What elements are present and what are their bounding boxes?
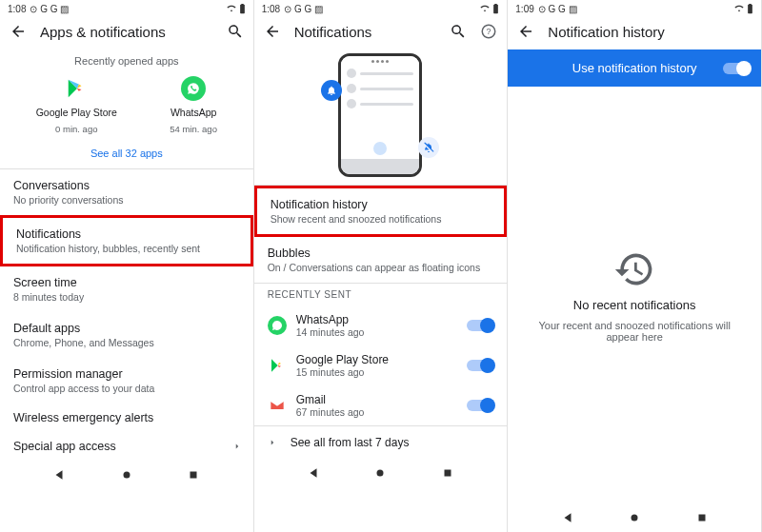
svg-point-8: [377, 470, 384, 477]
toggle-play-store[interactable]: [467, 360, 493, 371]
play-store-icon: [268, 356, 287, 375]
page-title: Notification history: [548, 24, 752, 40]
see-all-7-days[interactable]: See all from last 7 days: [254, 426, 508, 459]
android-navbar: [254, 459, 508, 487]
pane-notification-history: 1:09⊙ G G ▨ Notification history Use not…: [508, 0, 762, 532]
search-icon[interactable]: [450, 23, 467, 40]
recently-opened-apps: Google Play Store 0 min. ago WhatsApp 54…: [0, 72, 253, 140]
svg-rect-3: [190, 472, 197, 479]
nav-recents-icon[interactable]: [440, 465, 455, 481]
app-google-play[interactable]: Google Play Store 0 min. ago: [36, 76, 117, 134]
phone-illustration-icon: [338, 53, 422, 177]
status-bar: 1:08⊙ G G ▨: [0, 0, 253, 17]
topbar: Apps & notifications: [0, 17, 253, 49]
whatsapp-icon: [181, 76, 206, 101]
nav-recents-icon[interactable]: [694, 510, 710, 525]
svg-rect-4: [493, 4, 498, 12]
android-navbar: [0, 461, 253, 489]
history-icon: [613, 248, 655, 290]
nav-home-icon[interactable]: [372, 465, 388, 481]
wifi-icon: [733, 4, 745, 13]
chevron-right-icon: [268, 438, 277, 447]
back-icon[interactable]: [10, 23, 27, 40]
wifi-icon: [479, 4, 491, 13]
nav-back-icon[interactable]: [306, 465, 321, 481]
row-screen-time[interactable]: Screen time8 minutes today: [0, 266, 253, 312]
recently-opened-caption: Recently opened apps: [0, 49, 253, 72]
svg-rect-1: [241, 4, 243, 5]
row-bubbles[interactable]: BubblesOn / Conversations can appear as …: [254, 237, 508, 283]
see-all-apps-link[interactable]: See all 32 apps: [0, 140, 253, 168]
row-permission-manager[interactable]: Permission managerControl app access to …: [0, 358, 253, 404]
recently-sent-caption: RECENTLY SENT: [254, 284, 508, 305]
row-special-app-access[interactable]: Special app access: [0, 432, 253, 461]
android-navbar: [508, 503, 761, 532]
nav-back-icon[interactable]: [560, 510, 575, 525]
row-conversations[interactable]: ConversationsNo priority conversations: [0, 169, 253, 215]
row-default-apps[interactable]: Default appsChrome, Phone, and Messages: [0, 312, 253, 358]
bell-off-icon: [418, 137, 439, 158]
recent-gmail[interactable]: Gmail67 minutes ago: [254, 385, 508, 425]
wifi-icon: [226, 4, 237, 13]
search-icon[interactable]: [227, 23, 244, 40]
nav-recents-icon[interactable]: [186, 467, 201, 483]
row-notification-history[interactable]: Notification historyShow recent and snoo…: [254, 186, 508, 237]
help-icon[interactable]: ?: [480, 23, 497, 40]
toggle-whatsapp[interactable]: [467, 320, 493, 331]
recent-play-store[interactable]: Google Play Store15 minutes ago: [254, 345, 508, 385]
app-whatsapp[interactable]: WhatsApp 54 min. ago: [170, 76, 217, 134]
pane-apps-notifications: 1:08⊙ G G ▨ Apps & notifications Recentl…: [0, 0, 254, 532]
recent-whatsapp[interactable]: WhatsApp14 minutes ago: [254, 305, 508, 345]
svg-point-12: [632, 515, 638, 522]
row-notifications[interactable]: NotificationsNotification history, bubbl…: [0, 215, 253, 266]
toggle-gmail[interactable]: [467, 400, 493, 411]
svg-point-2: [123, 472, 130, 479]
battery-icon: [239, 4, 246, 14]
battery-icon: [747, 4, 753, 14]
svg-rect-11: [749, 4, 751, 5]
battery-icon: [492, 4, 499, 14]
status-bar: 1:09⊙ G G ▨: [508, 0, 761, 17]
svg-rect-10: [748, 4, 752, 12]
svg-text:?: ?: [487, 27, 491, 36]
topbar: Notification history: [508, 17, 761, 49]
gmail-icon: [268, 396, 287, 415]
play-store-icon: [64, 76, 89, 101]
nav-back-icon[interactable]: [51, 467, 67, 483]
nav-home-icon[interactable]: [627, 510, 642, 525]
svg-rect-9: [444, 470, 451, 477]
svg-rect-13: [698, 515, 705, 522]
row-wireless-emergency[interactable]: Wireless emergency alerts: [0, 404, 253, 432]
chevron-right-icon: [232, 438, 242, 455]
wifi-battery-icon: [226, 4, 246, 14]
nav-home-icon[interactable]: [119, 467, 134, 483]
back-icon[interactable]: [264, 23, 281, 40]
status-bar: 1:08⊙ G G ▨: [254, 0, 508, 17]
page-title: Notifications: [294, 24, 437, 40]
toggle-use-history[interactable]: [723, 63, 750, 74]
use-notification-history-bar[interactable]: Use notification history: [508, 49, 761, 87]
whatsapp-icon: [268, 316, 287, 335]
topbar: Notifications ?: [254, 17, 508, 49]
empty-state: No recent notifications Your recent and …: [508, 87, 761, 503]
pane-notifications: 1:08⊙ G G ▨ Notifications ?: [254, 0, 509, 532]
back-icon[interactable]: [517, 23, 534, 40]
page-title: Apps & notifications: [40, 24, 213, 40]
svg-rect-0: [240, 4, 245, 12]
illustration: [254, 49, 508, 185]
svg-rect-5: [495, 4, 497, 5]
